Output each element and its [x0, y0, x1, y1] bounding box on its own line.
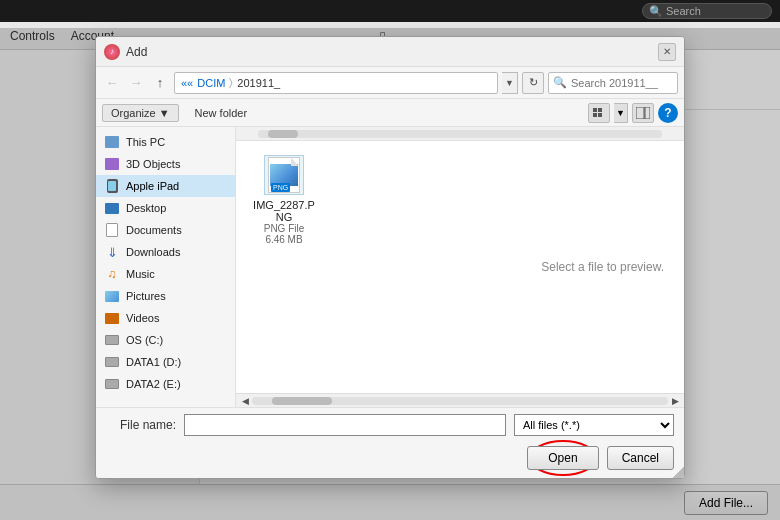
nav-panel: This PC 3D Objects Apple iPad	[96, 127, 236, 407]
nav-item-os-c[interactable]: OS (C:)	[96, 329, 235, 351]
help-button[interactable]: ?	[658, 103, 678, 123]
nav-item-music[interactable]: ♫ Music	[96, 263, 235, 285]
file-dialog: ♪ Add ✕ ← → ↑ «« DCIM 〉 201911_ ▼ ↻ 🔍	[95, 36, 685, 479]
search-label: Search	[666, 5, 701, 17]
new-folder-button[interactable]: New folder	[187, 105, 256, 121]
scroll-right-button[interactable]: ▶	[668, 394, 682, 408]
nav-item-desktop[interactable]: Desktop	[96, 197, 235, 219]
view-dropdown-button[interactable]: ▼	[614, 103, 628, 123]
file-thumbnail: PNG	[264, 155, 304, 195]
toolbar-right: ▼ ?	[588, 103, 678, 123]
search-bar: 🔍	[548, 72, 678, 94]
svg-rect-5	[645, 107, 650, 119]
ipad-icon	[104, 178, 120, 194]
app-search-box: 🔍 Search	[642, 3, 772, 19]
svg-rect-1	[598, 108, 602, 112]
dialog-title: Add	[126, 45, 147, 59]
dialog-close-button[interactable]: ✕	[658, 43, 676, 61]
refresh-button[interactable]: ↻	[522, 72, 544, 94]
preview-placeholder: Select a file to preview.	[541, 260, 664, 274]
file-size: 6.46 MB	[265, 234, 302, 245]
svg-rect-0	[593, 108, 597, 112]
nav-item-this-pc[interactable]: This PC	[96, 131, 235, 153]
nav-item-pictures[interactable]: Pictures	[96, 285, 235, 307]
breadcrumb-sep: 〉	[229, 76, 233, 89]
nav-item-documents[interactable]: Documents	[96, 219, 235, 241]
svg-rect-3	[598, 113, 602, 117]
svg-rect-4	[636, 107, 644, 119]
file-name: IMG_2287.PNG	[250, 199, 318, 223]
desktop-icon	[104, 200, 120, 216]
breadcrumb-dcim[interactable]: ««	[181, 77, 193, 89]
scroll-thumb[interactable]	[272, 397, 332, 405]
app-topbar: 🔍 Search	[0, 0, 780, 22]
open-button-wrapper: Open	[527, 446, 598, 470]
png-file-icon: PNG	[268, 157, 300, 193]
buttons-row: Open Cancel	[96, 442, 684, 478]
file-area: PNG IMG_2287.PNG PNG File 6.46 MB Select…	[236, 141, 684, 393]
dialog-overlay: ♪ Add ✕ ← → ↑ «« DCIM 〉 201911_ ▼ ↻ 🔍	[0, 28, 780, 520]
nav-item-apple-ipad[interactable]: Apple iPad	[96, 175, 235, 197]
file-corner-fold	[291, 158, 299, 166]
svg-rect-2	[593, 113, 597, 117]
dialog-search-icon: 🔍	[549, 76, 571, 89]
downloads-icon: ⇓	[104, 244, 120, 260]
back-button[interactable]: ←	[102, 73, 122, 93]
nav-item-3d-objects[interactable]: 3D Objects	[96, 153, 235, 175]
filename-row: File name: All files (*.*) PNG Files (*.…	[96, 408, 684, 442]
nav-scrollbar-track	[258, 130, 661, 138]
data1-drive-icon	[104, 354, 120, 370]
file-area-wrapper: PNG IMG_2287.PNG PNG File 6.46 MB Select…	[236, 127, 684, 407]
dialog-titlebar: ♪ Add ✕	[96, 37, 684, 67]
view-options-button[interactable]	[588, 103, 610, 123]
os-c-drive-icon	[104, 332, 120, 348]
dialog-title-left: ♪ Add	[104, 44, 147, 60]
cancel-button[interactable]: Cancel	[607, 446, 674, 470]
file-item-img2287[interactable]: PNG IMG_2287.PNG PNG File 6.46 MB	[244, 149, 324, 251]
address-dropdown[interactable]: ▼	[502, 72, 518, 94]
nav-item-downloads[interactable]: ⇓ Downloads	[96, 241, 235, 263]
scroll-left-button[interactable]: ◀	[238, 394, 252, 408]
filename-label: File name:	[106, 418, 176, 432]
organize-chevron-icon: ▼	[159, 107, 170, 119]
filetype-select-wrapper: All files (*.*) PNG Files (*.png) JPEG F…	[514, 414, 674, 436]
dialog-search-input[interactable]	[571, 77, 666, 89]
nav-item-data2-e[interactable]: DATA2 (E:)	[96, 373, 235, 395]
dialog-toolbar: Organize ▼ New folder ▼	[96, 99, 684, 127]
file-scrollbar[interactable]: ◀ ▶	[236, 393, 684, 407]
nav-item-data1-d[interactable]: DATA1 (D:)	[96, 351, 235, 373]
breadcrumb-current: 201911_	[237, 77, 280, 89]
scroll-track[interactable]	[252, 397, 668, 405]
file-type-badge: PNG	[271, 183, 290, 192]
itunes-icon: ♪	[104, 44, 120, 60]
forward-button[interactable]: →	[126, 73, 146, 93]
open-button[interactable]: Open	[527, 446, 598, 470]
dialog-bottom: File name: All files (*.*) PNG Files (*.…	[96, 407, 684, 478]
file-type: PNG File	[264, 223, 305, 234]
nav-scrollbar[interactable]	[236, 127, 684, 141]
music-icon: ♫	[104, 266, 120, 282]
breadcrumb-dcim-label[interactable]: DCIM	[197, 77, 225, 89]
pictures-icon	[104, 288, 120, 304]
organize-button[interactable]: Organize ▼	[102, 104, 179, 122]
filename-input[interactable]	[184, 414, 506, 436]
filetype-select[interactable]: All files (*.*) PNG Files (*.png) JPEG F…	[514, 414, 674, 436]
dialog-addressbar: ← → ↑ «« DCIM 〉 201911_ ▼ ↻ 🔍	[96, 67, 684, 99]
resize-handle[interactable]	[672, 466, 684, 478]
nav-item-videos[interactable]: Videos	[96, 307, 235, 329]
3d-icon	[104, 156, 120, 172]
preview-pane-button[interactable]	[632, 103, 654, 123]
nav-scrollbar-thumb	[268, 130, 298, 138]
up-button[interactable]: ↑	[150, 73, 170, 93]
pc-icon	[104, 134, 120, 150]
dialog-body: This PC 3D Objects Apple iPad	[96, 127, 684, 407]
videos-icon	[104, 310, 120, 326]
docs-icon	[104, 222, 120, 238]
breadcrumb: «« DCIM 〉 201911_	[174, 72, 498, 94]
data2-drive-icon	[104, 376, 120, 392]
